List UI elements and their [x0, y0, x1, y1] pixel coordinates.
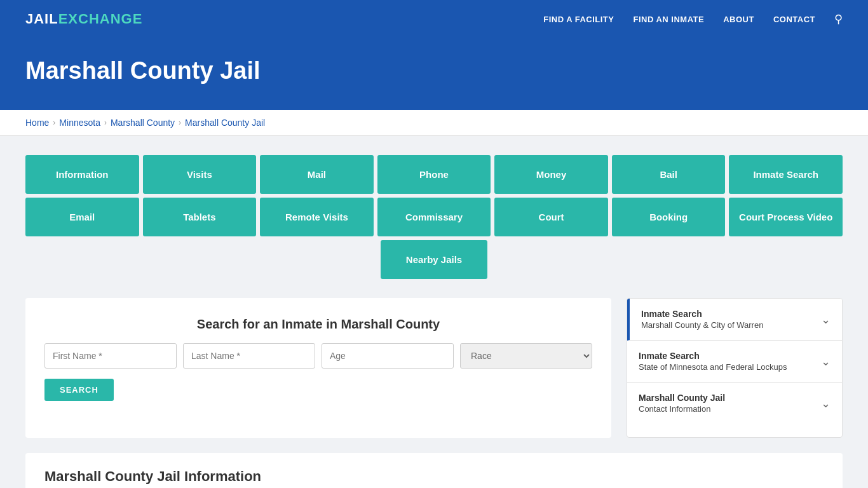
info-item-3-title: Marshall County Jail [639, 393, 725, 403]
btn-mail[interactable]: Mail [260, 155, 374, 194]
age-input[interactable] [322, 343, 454, 369]
info-item-1[interactable]: Inmate Search Marshall County & City of … [627, 299, 842, 341]
logo-exchange: EXCHANGE [58, 11, 143, 27]
breadcrumb-minnesota[interactable]: Minnesota [59, 118, 100, 128]
breadcrumb-bar: Home › Minnesota › Marshall County › Mar… [0, 110, 868, 136]
breadcrumb-sep-1: › [53, 118, 55, 127]
site-logo[interactable]: JAILEXCHANGE [25, 11, 142, 27]
race-select[interactable]: Race White Black Hispanic Asian Other [460, 343, 592, 369]
nav-find-facility[interactable]: Find a Facility [543, 15, 614, 24]
info-item-2-text: Inmate Search State of Minnesota and Fed… [639, 351, 787, 372]
nav-contact[interactable]: Contact [773, 15, 815, 24]
btn-booking[interactable]: Booking [612, 198, 726, 236]
btn-information[interactable]: Information [25, 155, 139, 194]
btn-inmate-search[interactable]: Inmate Search [729, 155, 843, 194]
info-item-1-title: Inmate Search [641, 309, 763, 319]
navbar: JAILEXCHANGE Find a Facility Find an Inm… [0, 0, 868, 38]
search-panel: Search for an Inmate in Marshall County … [25, 298, 611, 438]
button-row-3: Nearby Jails [25, 240, 843, 279]
chevron-down-icon-3: ⌄ [821, 396, 831, 410]
info-item-3-subtitle: Contact Information [639, 404, 725, 414]
breadcrumb-sep-2: › [104, 118, 107, 127]
info-item-1-subtitle: Marshall County & City of Warren [641, 320, 763, 330]
info-item-2-subtitle: State of Minnesota and Federal Lockups [639, 362, 787, 372]
chevron-down-icon-2: ⌄ [821, 355, 831, 369]
last-name-input[interactable] [183, 343, 315, 369]
button-row-2: Email Tablets Remote Visits Commissary C… [25, 198, 843, 236]
info-panel: Inmate Search Marshall County & City of … [627, 298, 843, 438]
search-button[interactable]: SEARCH [44, 379, 114, 401]
search-icon[interactable]: ⚲ [834, 12, 843, 26]
hero-section: Marshall County Jail [0, 38, 868, 110]
btn-phone[interactable]: Phone [377, 155, 491, 194]
first-name-input[interactable] [44, 343, 177, 369]
logo-jail: JAIL [25, 11, 58, 27]
breadcrumb: Home › Minnesota › Marshall County › Mar… [25, 118, 843, 128]
info-item-1-text: Inmate Search Marshall County & City of … [641, 309, 763, 330]
info-item-2-title: Inmate Search [639, 351, 787, 361]
breadcrumb-home[interactable]: Home [25, 118, 49, 128]
btn-money[interactable]: Money [494, 155, 608, 194]
nav-find-inmate[interactable]: Find an Inmate [633, 15, 704, 24]
breadcrumb-current: Marshall County Jail [185, 118, 265, 128]
chevron-down-icon-1: ⌄ [821, 313, 831, 327]
info-item-2[interactable]: Inmate Search State of Minnesota and Fed… [627, 341, 842, 383]
lower-title: Marshall County Jail Information [44, 468, 824, 485]
nav-links: Find a Facility Find an Inmate About Con… [543, 12, 843, 26]
nav-about[interactable]: About [723, 15, 754, 24]
button-row-1: Information Visits Mail Phone Money Bail… [25, 155, 843, 194]
btn-commissary[interactable]: Commissary [377, 198, 491, 236]
btn-nearby-jails[interactable]: Nearby Jails [381, 240, 487, 279]
btn-email[interactable]: Email [25, 198, 139, 236]
btn-bail[interactable]: Bail [612, 155, 726, 194]
search-inputs: Race White Black Hispanic Asian Other [44, 343, 592, 369]
btn-tablets[interactable]: Tablets [143, 198, 257, 236]
info-item-3-text: Marshall County Jail Contact Information [639, 393, 725, 414]
lower-section: Marshall County Jail Information [25, 453, 843, 488]
btn-court-process-video[interactable]: Court Process Video [729, 198, 843, 236]
search-title: Search for an Inmate in Marshall County [44, 317, 592, 332]
main-area: Information Visits Mail Phone Money Bail… [0, 136, 868, 488]
info-item-3[interactable]: Marshall County Jail Contact Information… [627, 383, 842, 424]
page-title: Marshall County Jail [25, 57, 843, 85]
btn-remote-visits[interactable]: Remote Visits [260, 198, 374, 236]
breadcrumb-sep-3: › [179, 118, 181, 127]
btn-court[interactable]: Court [494, 198, 608, 236]
content-section: Search for an Inmate in Marshall County … [25, 298, 843, 438]
breadcrumb-marshall-county[interactable]: Marshall County [111, 118, 175, 128]
btn-visits[interactable]: Visits [143, 155, 257, 194]
